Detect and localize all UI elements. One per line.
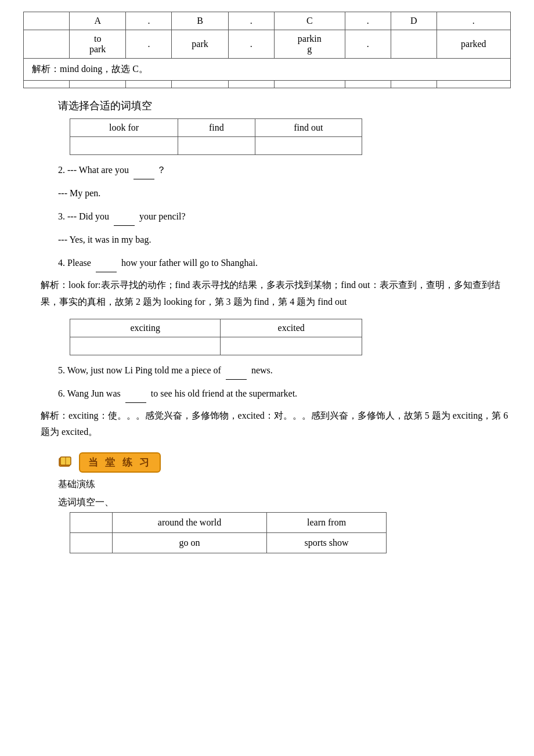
blank-q4 [96, 272, 117, 272]
row1-findout [255, 137, 362, 155]
empty-row-9 [436, 81, 510, 88]
header-find: find [178, 119, 255, 137]
question-3-line2: --- Yes, it was in my bag. [58, 231, 511, 249]
question-4: 4. Please how your father will go to Sha… [58, 254, 511, 272]
dot-c2: . [345, 30, 391, 59]
empty-row-5 [228, 81, 274, 88]
dot-b2: . [228, 30, 274, 59]
header-excited: excited [221, 319, 362, 337]
sub-title-1: 基础演练 [58, 478, 511, 491]
analysis-exciting: 解析：exciting：使。。。感觉兴奋，多修饰物，excited：对。。。感到… [41, 408, 511, 441]
header-exciting: exciting [70, 319, 221, 337]
option-a-label: A [69, 12, 126, 30]
cell-learn-from: learn from [267, 513, 387, 533]
vocab-table-exciting: exciting excited [70, 319, 362, 355]
header-findout: find out [255, 119, 362, 137]
empty-row-4 [172, 81, 229, 88]
option-d-value [391, 30, 436, 59]
option-d-text: parked [436, 30, 510, 59]
analysis-lookfor: 解析：look for:表示寻找的动作；find 表示寻找的结果，多表示找到某物… [41, 277, 511, 311]
dot-a: . [126, 12, 172, 30]
analysis-top: 解析：mind doing，故选 C。 [24, 59, 511, 81]
blank-q3 [114, 225, 135, 226]
cell-empty-tl [70, 513, 113, 533]
empty-row-8 [391, 81, 436, 88]
options-table: A . B . C . D . topark . park . parking … [23, 12, 511, 88]
row1-find [178, 137, 255, 155]
row1-exciting [70, 337, 221, 355]
question-6: 6. Wang Jun was to see his old friend at… [58, 384, 511, 403]
empty-row-6 [274, 81, 345, 88]
row1-col0 [24, 30, 70, 59]
vocab-table-bottom: around the world learn from go on sports… [70, 512, 387, 553]
row1-excited [221, 337, 362, 355]
cell-empty-bl [70, 533, 113, 553]
top-grammar-table: A . B . C . D . topark . park . parking … [23, 12, 511, 88]
empty-row-3 [126, 81, 172, 88]
blank-q2 [134, 179, 154, 179]
fill-section-title: 请选择合适的词填空 [58, 99, 511, 113]
cell-go-on: go on [112, 533, 266, 553]
dot-c: . [345, 12, 391, 30]
dot-b: . [228, 12, 274, 30]
empty-cell [24, 12, 70, 30]
practice-badge: 当 堂 练 习 [79, 452, 161, 473]
dot-a2: . [126, 30, 172, 59]
empty-row-1 [24, 81, 70, 88]
question-3-line1: 3. --- Did you your pencil? [58, 207, 511, 226]
badge-container: 当 堂 练 习 [58, 452, 511, 473]
option-d-label: D [391, 12, 436, 30]
option-a-value: topark [69, 30, 126, 59]
row1-lookfor [70, 137, 178, 155]
dot-d: . [436, 12, 510, 30]
blank-q5 [226, 379, 247, 380]
option-c-value: parking [274, 30, 345, 59]
cell-sports-show: sports show [267, 533, 387, 553]
book-icon [58, 455, 74, 471]
option-b-label: B [172, 12, 229, 30]
cell-around-world: around the world [112, 513, 266, 533]
option-c-label: C [274, 12, 345, 30]
sub-title-2: 选词填空一、 [58, 496, 511, 509]
blank-q6 [125, 402, 146, 403]
question-2-line2: --- My pen. [58, 184, 511, 203]
question-5: 5. Wow, just now Li Ping told me a piece… [58, 361, 511, 380]
option-b-value: park [172, 30, 229, 59]
header-lookfor: look for [70, 119, 178, 137]
question-2-line1: 2. --- What are you ？ [58, 161, 511, 179]
empty-row-2 [69, 81, 126, 88]
empty-row-7 [345, 81, 391, 88]
vocab-table-lookfor: look for find find out [70, 118, 362, 155]
